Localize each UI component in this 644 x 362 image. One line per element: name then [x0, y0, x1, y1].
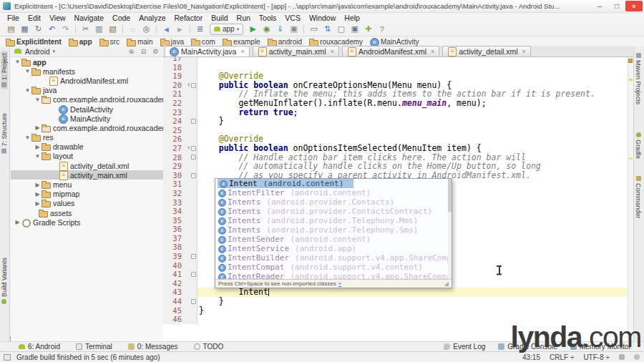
line-number[interactable]: 38: [163, 243, 185, 252]
fold-icon[interactable]: -: [191, 173, 196, 178]
line-number[interactable]: 27: [163, 144, 185, 153]
caret-position[interactable]: 43:15: [522, 353, 540, 361]
line-number[interactable]: 22: [163, 99, 185, 108]
fold-icon[interactable]: -: [191, 254, 196, 259]
override-icon[interactable]: ↑: [187, 145, 190, 151]
line-number[interactable]: 32: [163, 189, 185, 198]
project-view-selector[interactable]: Android: [25, 48, 49, 56]
line-number[interactable]: 36: [163, 225, 185, 234]
line-number[interactable]: 26: [163, 134, 185, 144]
line-number[interactable]: 28: [163, 153, 185, 162]
code-text[interactable]: [197, 57, 628, 63]
gutter[interactable]: [185, 189, 197, 198]
fold-icon[interactable]: -: [191, 155, 196, 160]
tree-item-mainactivity[interactable]: MainActivity: [11, 114, 163, 123]
warning-mark[interactable]: [629, 79, 633, 81]
run-icon[interactable]: ▶: [246, 24, 260, 35]
hide-panel-icon[interactable]: ⚙: [151, 48, 160, 55]
tree-expanded-arrow[interactable]: ▼: [24, 134, 31, 141]
menu-edit[interactable]: Edit: [24, 14, 45, 22]
stripe-button-maven-projects[interactable]: Maven Projects: [635, 51, 642, 107]
paste-icon[interactable]: ▧: [106, 24, 119, 35]
stripe-button-gradle[interactable]: Gradle: [635, 130, 642, 161]
completion-item-intents[interactable]: Intents(android.provider.Contacts): [215, 197, 452, 207]
tree-item-mipmap[interactable]: ▶mipmap: [11, 190, 163, 199]
gutter[interactable]: [185, 63, 197, 72]
gutter[interactable]: [185, 216, 197, 225]
gutter[interactable]: [185, 180, 197, 189]
tree-collapsed-arrow[interactable]: ▶: [34, 144, 42, 150]
fold-icon[interactable]: -: [191, 119, 196, 124]
breadcrumb-mainactivity[interactable]: MainActivity: [370, 38, 419, 47]
line-number[interactable]: 21: [163, 89, 185, 99]
breadcrumb-explicitintent[interactable]: ExplicitIntent: [6, 38, 62, 47]
back-icon[interactable]: ◄: [160, 24, 173, 35]
close-icon[interactable]: ×: [331, 48, 334, 55]
line-number[interactable]: 39: [163, 252, 185, 261]
code-text[interactable]: Intent: [197, 288, 628, 297]
find-icon[interactable]: ◌: [126, 24, 140, 35]
line-number[interactable]: 37: [163, 234, 185, 243]
code-line-23[interactable]: 23 return true;: [163, 108, 628, 117]
tree-item-java[interactable]: ▼java: [11, 86, 163, 95]
breadcrumb-example[interactable]: example: [223, 38, 260, 47]
tree-expanded-arrow[interactable]: ▼: [24, 68, 31, 74]
warning-mark[interactable]: [629, 157, 633, 160]
tree-expanded-arrow[interactable]: ▼: [24, 87, 31, 94]
stripe-button-1-project[interactable]: 1: Project: [1, 51, 8, 89]
line-number[interactable]: 44: [163, 297, 185, 306]
gutter[interactable]: [185, 89, 197, 99]
tree-item-androidmanifest-xml[interactable]: AndroidManifest.xml: [11, 76, 163, 85]
open-icon[interactable]: ▤: [4, 24, 18, 35]
gutter[interactable]: [185, 57, 197, 63]
tree-item-values[interactable]: ▶values: [11, 199, 163, 208]
popup-hint-link[interactable]: »: [338, 280, 341, 287]
tab-mainactivity.java[interactable]: MainActivity.java×: [165, 46, 250, 57]
line-number[interactable]: 25: [163, 126, 185, 135]
lock-icon[interactable]: [619, 354, 625, 360]
tree-item-com-example-android-rouxacademy[interactable]: ▶com.example.android.rouxacademy(android…: [11, 123, 163, 132]
gutter[interactable]: [185, 288, 197, 297]
menu-window[interactable]: Window: [305, 14, 340, 22]
completion-item-intent[interactable]: Intent(android.content): [215, 179, 452, 188]
device-monitor-icon[interactable]: ▢: [334, 24, 348, 35]
breadcrumb-main[interactable]: main: [127, 38, 153, 47]
minimize-button[interactable]: –: [591, 1, 608, 11]
gutter[interactable]: -: [185, 252, 197, 261]
line-number[interactable]: 31: [163, 180, 185, 189]
menu-view[interactable]: View: [45, 14, 70, 22]
line-number[interactable]: 41: [163, 270, 185, 279]
gutter[interactable]: [185, 261, 197, 270]
menu-vcs[interactable]: VCS: [280, 14, 305, 22]
gutter[interactable]: [185, 162, 197, 171]
menu-refactor[interactable]: Refactor: [170, 14, 208, 22]
gutter[interactable]: [185, 234, 197, 243]
menu-help[interactable]: Help: [340, 14, 364, 22]
help-icon[interactable]: ?: [375, 24, 389, 35]
gutter[interactable]: ↑-: [185, 81, 197, 90]
menu-build[interactable]: Build: [207, 14, 232, 22]
completion-item-intents[interactable]: Intents(android.provider.Telephony.Mms): [215, 216, 452, 225]
tree-expanded-arrow[interactable]: ▼: [34, 153, 42, 160]
breadcrumb-android[interactable]: android: [268, 38, 302, 47]
line-number[interactable]: 33: [163, 198, 185, 207]
tree-expanded-arrow[interactable]: ▼: [14, 59, 21, 65]
tree-item-gradle-scripts[interactable]: ▶Gradle Scripts: [11, 217, 163, 227]
tree-item-activity-detail-xml[interactable]: activity_detail.xml: [11, 161, 163, 170]
gutter[interactable]: [185, 72, 197, 81]
redo-icon[interactable]: ↷: [59, 24, 72, 35]
breadcrumb-rouxacademy[interactable]: rouxacademy: [309, 38, 363, 47]
close-button[interactable]: ×: [625, 1, 643, 11]
menu-tools[interactable]: Tools: [255, 14, 281, 22]
popup-scrollbar[interactable]: [448, 179, 452, 279]
tree-item-res[interactable]: ▼res: [11, 133, 163, 142]
menu-run[interactable]: Run: [233, 14, 255, 22]
breadcrumb-app[interactable]: app: [69, 38, 92, 47]
stripe-button-7-structure[interactable]: 7: Structure: [1, 111, 8, 156]
line-number[interactable]: 30: [163, 171, 185, 180]
settings-gear-icon[interactable]: ⊟: [139, 48, 148, 55]
line-number[interactable]: 19: [163, 72, 185, 81]
code-text[interactable]: return true;: [197, 108, 628, 117]
line-number[interactable]: 29: [163, 162, 185, 171]
tree-collapsed-arrow[interactable]: ▶: [34, 124, 42, 131]
